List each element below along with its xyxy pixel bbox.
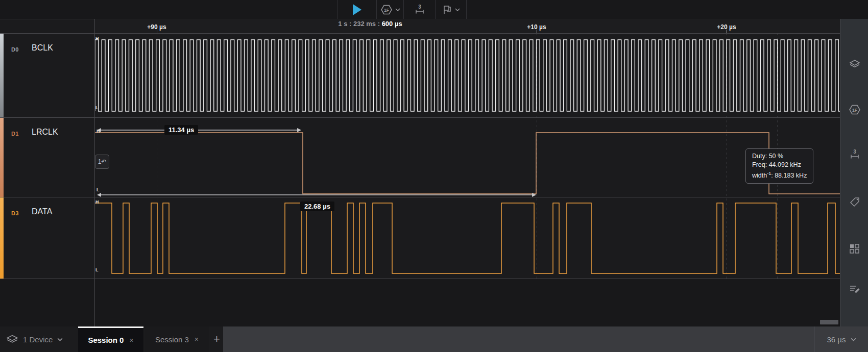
play-icon bbox=[353, 4, 361, 15]
tab-label: Session 0 bbox=[88, 336, 124, 344]
channel-id: D1 bbox=[11, 131, 19, 137]
tooltip-width-inv: width-1: 88.183 kHz bbox=[752, 169, 807, 180]
tooltip-duty: Duty: 50 % bbox=[752, 152, 807, 161]
ruler-tick-label: +20 µs bbox=[706, 23, 747, 31]
ruler-separator bbox=[0, 33, 840, 34]
channel-name[interactable]: LRCLK bbox=[32, 128, 58, 137]
chevron-down-icon bbox=[455, 8, 460, 11]
empty-track-area bbox=[0, 279, 840, 326]
chevron-down-icon bbox=[57, 338, 63, 341]
close-icon[interactable]: × bbox=[129, 336, 133, 344]
chevron-down-icon bbox=[851, 338, 856, 341]
device-layers-icon bbox=[6, 335, 18, 344]
bottom-bar: 1 Device Session 0 × Session 3 × + 36 µs bbox=[0, 326, 868, 352]
measurement-badge-text: 3 bbox=[418, 4, 421, 10]
play-button[interactable] bbox=[337, 0, 377, 19]
right-sidebar: 1F 3 bbox=[840, 19, 868, 326]
trigger-settings-button[interactable]: 1↶ bbox=[95, 155, 109, 169]
row-separator bbox=[0, 197, 840, 197]
measurements-icon[interactable]: 3 bbox=[849, 148, 861, 161]
time-display-prefix: 1 s : 232 ms : bbox=[338, 20, 380, 28]
measurement-label-period[interactable]: 22.68 µs bbox=[300, 202, 334, 211]
panel-divider[interactable] bbox=[94, 19, 95, 326]
tag-icon[interactable] bbox=[849, 196, 861, 209]
devices-icon[interactable] bbox=[849, 59, 861, 71]
horizontal-scrollbar-thumb[interactable] bbox=[820, 320, 838, 324]
level-marker-high: H bbox=[97, 129, 100, 134]
row-separator bbox=[0, 117, 840, 118]
level-marker-high: H bbox=[95, 199, 99, 205]
waveform-bclk[interactable] bbox=[94, 33, 840, 117]
channel-name[interactable]: BCLK bbox=[32, 43, 53, 53]
capture-time-display: 1 s : 232 ms : 600 µs bbox=[322, 20, 419, 28]
tab-session-0[interactable]: Session 0 × bbox=[78, 326, 143, 352]
device-selector[interactable]: 1 Device bbox=[6, 326, 63, 352]
row-separator bbox=[0, 279, 840, 279]
analyzer-selector-button[interactable]: 1F bbox=[376, 0, 404, 19]
channel-row-label-data[interactable]: D3 DATA bbox=[0, 197, 94, 279]
tooltip-freq: Freq: 44.092 kHz bbox=[752, 161, 807, 169]
close-icon[interactable]: × bbox=[195, 335, 199, 343]
top-toolbar: 1F 3 bbox=[0, 0, 868, 19]
channel-color-strip bbox=[0, 197, 4, 279]
svg-text:3: 3 bbox=[853, 149, 856, 155]
tab-label: Session 3 bbox=[155, 335, 189, 344]
channel-name[interactable]: DATA bbox=[32, 207, 52, 216]
timescale-label: 36 µs bbox=[827, 335, 846, 344]
tab-session-3[interactable]: Session 3 × bbox=[144, 326, 209, 352]
analyzer-badge-text: 1F bbox=[384, 7, 389, 12]
measurement-3-icon: 3 bbox=[414, 4, 426, 16]
bottom-bar-divider bbox=[814, 326, 814, 352]
timescale-selector[interactable]: 36 µs bbox=[816, 326, 867, 352]
channel-id: D0 bbox=[11, 46, 19, 53]
waveform-data[interactable] bbox=[94, 197, 840, 279]
waveform-viewport[interactable]: +90 µs+10 µs+20 µs bbox=[94, 19, 840, 279]
analyzers-hexagon-icon[interactable]: 1F bbox=[849, 104, 861, 116]
svg-text:1F: 1F bbox=[852, 108, 857, 113]
waveform-lrclk[interactable] bbox=[94, 117, 840, 197]
time-display-value: 600 µs bbox=[382, 20, 402, 28]
ruler-tick-label: +10 µs bbox=[516, 23, 557, 31]
device-label: 1 Device bbox=[23, 335, 53, 344]
measurements-button[interactable]: 3 bbox=[403, 0, 436, 19]
notes-icon[interactable] bbox=[849, 283, 861, 295]
channel-row-label-bclk[interactable]: D0 BCLK bbox=[0, 33, 94, 117]
annotations-button[interactable] bbox=[435, 0, 467, 19]
level-marker-low: L bbox=[95, 267, 99, 272]
channel-id: D3 bbox=[11, 210, 19, 216]
flag-icon bbox=[442, 5, 452, 15]
extensions-grid-icon[interactable] bbox=[849, 242, 861, 255]
session-tab-strip: 1 Device Session 0 × Session 3 × + bbox=[0, 326, 223, 352]
channel-color-strip bbox=[0, 117, 4, 197]
channel-row-label-lrclk[interactable]: D1 LRCLK bbox=[0, 117, 94, 197]
ruler-tick-label: +90 µs bbox=[136, 23, 177, 31]
new-session-button[interactable]: + bbox=[210, 326, 223, 352]
measurement-label-width[interactable]: 11.34 µs bbox=[164, 125, 198, 135]
level-marker-high: H bbox=[95, 36, 99, 41]
level-marker-low: L bbox=[97, 187, 100, 192]
hexagon-1f-icon: 1F bbox=[380, 4, 393, 16]
channel-color-strip bbox=[0, 33, 4, 117]
level-marker-low: L bbox=[95, 105, 99, 110]
logic-analyzer-app: 1F 3 1 s : 232 ms : 600 bbox=[0, 0, 868, 352]
chevron-down-icon bbox=[395, 8, 400, 11]
signal-hover-tooltip: Duty: 50 % Freq: 44.092 kHz width-1: 88.… bbox=[745, 148, 813, 184]
